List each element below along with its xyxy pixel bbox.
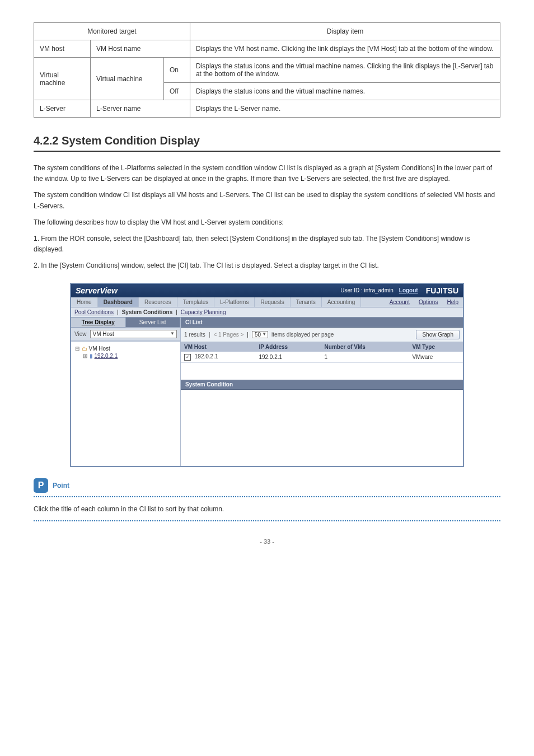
subtab-system-conditions[interactable]: System Conditions — [122, 309, 173, 315]
col-ip[interactable]: IP Address — [255, 342, 321, 352]
tab-lplatforms[interactable]: L-Platforms — [214, 297, 255, 307]
view-select[interactable]: VM Host — [90, 330, 177, 338]
main-tabs: Home Dashboard Resources Templates L-Pla… — [71, 297, 463, 307]
cell-item-sub: On — [164, 58, 190, 83]
paragraph: The following describes how to display t… — [34, 217, 500, 228]
cell-numvms: 1 — [321, 352, 409, 363]
subtab-pool[interactable]: Pool Conditions — [74, 309, 114, 315]
cell-ip: 192.0.2.1 — [255, 352, 321, 363]
link-options[interactable]: Options — [414, 297, 442, 307]
cell-vmtype: VMware — [409, 352, 463, 363]
serverview-screenshot: ServerView User ID : infra_admin Logout … — [70, 283, 464, 467]
logout-link[interactable]: Logout — [399, 287, 418, 293]
tab-templates[interactable]: Templates — [177, 297, 215, 307]
left-tab-tree[interactable]: Tree Display — [71, 318, 126, 327]
cell-item: Virtual machine — [91, 58, 164, 100]
link-account[interactable]: Account — [385, 297, 414, 307]
sub-tabs: Pool Conditions | System Conditions | Ca… — [71, 307, 463, 318]
paragraph: The system conditions of the L-Platforms… — [34, 163, 500, 184]
cell-target: VM host — [34, 40, 91, 58]
show-graph-button[interactable]: Show Graph — [416, 330, 460, 339]
folder-icon: 🗀 — [82, 346, 87, 352]
tree-node-link[interactable]: 192.0.2.1 — [95, 353, 118, 359]
table-row: Virtual machine Virtual machine On Displ… — [34, 58, 500, 83]
tab-accounting[interactable]: Accounting — [322, 297, 361, 307]
cell-display: Displays the L-Server name. — [190, 100, 500, 118]
fujitsu-logo: FUJITSU — [426, 286, 458, 295]
cell-vmhost: 192.0.2.1 — [195, 353, 218, 360]
server-icon: ▮ — [90, 353, 93, 359]
right-panel: CI List 1 results | < 1 Pages > | 50 ite… — [181, 318, 463, 466]
app-header: ServerView User ID : infra_admin Logout … — [71, 284, 463, 297]
tree-view: ⊟ 🗀 VM Host ⊞ ▮ 192.0.2.1 — [71, 341, 180, 466]
tab-tenants[interactable]: Tenants — [291, 297, 322, 307]
cell-item: L-Server name — [91, 100, 190, 118]
cell-item: VM Host name — [91, 40, 190, 58]
cell-target: L-Server — [34, 100, 91, 118]
dotted-rule — [34, 520, 500, 521]
results-count: 1 results — [184, 332, 205, 338]
pager[interactable]: < 1 Pages > — [213, 332, 243, 338]
table-row: VM host VM Host name Displays the VM hos… — [34, 40, 500, 58]
per-page-label: items displayed per page — [271, 332, 334, 338]
left-tab-serverlist[interactable]: Server List — [126, 318, 181, 327]
ci-table: VM Host IP Address Number of VMs VM Type… — [181, 342, 463, 363]
table-row: L-Server L-Server name Displays the L-Se… — [34, 100, 500, 118]
ci-list-title: CI List — [181, 318, 463, 328]
point-callout: P Point — [34, 478, 500, 493]
point-icon: P — [34, 478, 48, 493]
subtab-capacity[interactable]: Capacity Planning — [181, 309, 226, 315]
user-id: User ID : infra_admin — [340, 287, 394, 293]
collapse-icon[interactable]: ⊟ — [74, 346, 80, 352]
section-heading: 4.2.2 System Condition Display — [34, 134, 500, 152]
point-label: Point — [53, 482, 69, 489]
dotted-rule — [34, 496, 500, 497]
system-condition-title: System Condition — [181, 380, 463, 390]
view-label: View — [74, 331, 87, 337]
tab-dashboard[interactable]: Dashboard — [98, 297, 139, 307]
point-text: Click the title of each column in the CI… — [34, 504, 500, 515]
brand-logo: ServerView — [76, 286, 118, 295]
section-title: System Condition Display — [62, 134, 200, 147]
left-panel: Tree Display Server List View VM Host ⊟ … — [71, 318, 181, 466]
step: 2. In the [System Conditions] window, se… — [34, 260, 500, 271]
paragraph: The system condition window CI list disp… — [34, 190, 500, 211]
tab-home[interactable]: Home — [71, 297, 98, 307]
link-help[interactable]: Help — [442, 297, 463, 307]
table-header-target: Monitored target — [34, 23, 190, 40]
expand-icon[interactable]: ⊞ — [82, 353, 88, 359]
system-condition-body — [181, 390, 463, 466]
section-number: 4.2.2 — [34, 134, 58, 147]
ci-toolbar: 1 results | < 1 Pages > | 50 items displ… — [181, 328, 463, 342]
cell-display: Displays the VM host name. Clicking the … — [190, 40, 500, 58]
cell-display: Displays the status icons and the virtua… — [190, 83, 500, 100]
cell-target: Virtual machine — [34, 58, 91, 100]
cell-item-sub: Off — [164, 83, 190, 100]
page-number: - 33 - — [34, 538, 500, 545]
tab-requests[interactable]: Requests — [255, 297, 290, 307]
per-page-select[interactable]: 50 — [252, 331, 268, 338]
monitored-target-table: Monitored target Display item VM host VM… — [34, 22, 500, 118]
step: 1. From the ROR console, select the [Das… — [34, 234, 500, 255]
row-checkbox[interactable]: ✓ — [184, 354, 191, 361]
table-header-display: Display item — [190, 23, 500, 40]
col-vmhost[interactable]: VM Host — [181, 342, 255, 352]
ci-row[interactable]: ✓ 192.0.2.1 192.0.2.1 1 VMware — [181, 352, 463, 363]
tree-root-label: VM Host — [89, 346, 110, 352]
cell-display: Displays the status icons and the virtua… — [190, 58, 500, 83]
col-numvms[interactable]: Number of VMs — [321, 342, 409, 352]
col-vmtype[interactable]: VM Type — [409, 342, 463, 352]
tab-resources[interactable]: Resources — [139, 297, 177, 307]
